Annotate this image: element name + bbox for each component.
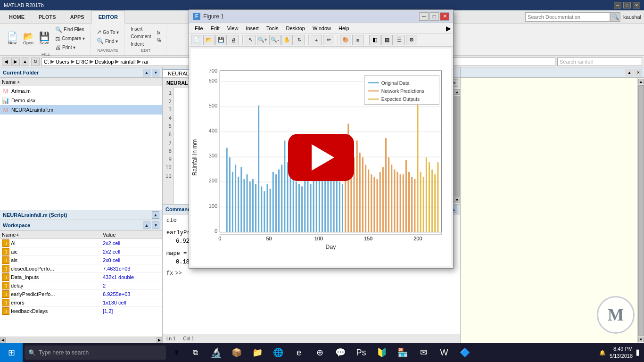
tab-home[interactable]: HOME <box>2 10 32 24</box>
taskbar-chrome-icon[interactable]: ⊕ <box>310 343 329 362</box>
list-item[interactable]: [] closedLoopPerfo... 7.4631e+03 <box>0 264 162 273</box>
taskbar-show-desktop[interactable]: ▋ <box>636 350 640 356</box>
figure-menu-insert[interactable]: Insert <box>242 25 263 32</box>
indent-button[interactable]: Indent <box>128 41 153 48</box>
editor-scrollbar[interactable]: ▲ ▼ <box>454 88 460 204</box>
right-close-button[interactable]: ✕ <box>635 69 642 76</box>
compare-button[interactable]: ⚖ Compare ▾ <box>53 34 87 43</box>
print-button[interactable]: 🖨 Print ▾ <box>53 43 87 52</box>
open-button[interactable]: 📂 Open <box>21 31 36 47</box>
taskbar-icon-6[interactable]: 💬 <box>331 343 350 362</box>
list-item[interactable]: [] aic 2x2 cell <box>0 247 162 256</box>
find-button[interactable]: 🔍 Find ▾ <box>94 37 121 45</box>
scroll-up-arrow[interactable]: ▲ <box>454 89 460 95</box>
minimize-button[interactable]: ─ <box>614 2 621 8</box>
save-button[interactable]: 💾 Save <box>37 31 52 47</box>
back-button[interactable]: ◀ <box>2 58 10 66</box>
figure-menu-file[interactable]: File <box>191 25 207 32</box>
ws-value-col[interactable]: Value <box>101 232 162 238</box>
workspace-expand-button[interactable]: ▲ <box>143 222 150 229</box>
list-item[interactable]: M Arima.m <box>0 86 162 96</box>
fig-new-button[interactable]: 📄 <box>191 35 202 45</box>
percent-button[interactable]: % <box>155 37 164 44</box>
fig-propertyinspector-button[interactable]: ⚙ <box>406 35 417 45</box>
taskbar-matlab-icon[interactable]: 🔬 <box>206 343 225 362</box>
youtube-play-button[interactable] <box>288 134 354 181</box>
list-item[interactable]: [] earlyPredictPerfo... 6.9255e+03 <box>0 290 162 298</box>
scroll-down-arrow[interactable]: ▼ <box>454 197 460 203</box>
new-button[interactable]: 📄 New <box>5 31 20 47</box>
taskbar-icon-9[interactable]: 🏪 <box>393 343 412 362</box>
forward-button[interactable]: ▶ <box>11 58 20 66</box>
figure-menu-view[interactable]: View <box>223 25 242 32</box>
scroll-right-btn[interactable]: ▶ <box>157 337 162 343</box>
fig-colorbar-button[interactable]: 🎨 <box>340 35 351 45</box>
figure-menu-help[interactable]: Help <box>335 25 353 32</box>
list-item[interactable]: [] ais 2x0 cell <box>0 256 162 264</box>
address-search[interactable]: Search rainfall <box>557 58 642 66</box>
taskbar-icon-2[interactable]: 📦 <box>227 343 246 362</box>
taskbar-icon-8[interactable]: 🔰 <box>372 343 391 362</box>
tab-plots[interactable]: PLOTS <box>32 10 63 24</box>
taskbar-email-icon[interactable]: ✉ <box>414 343 433 362</box>
list-item[interactable]: M NEURALrainfall.m <box>0 105 162 115</box>
fig-plottools-button[interactable]: ◧ <box>369 35 380 45</box>
list-item[interactable]: [] delay 2 <box>0 281 162 290</box>
maximize-button[interactable]: □ <box>623 2 631 8</box>
workspace-scroll-x[interactable]: ◀ ▶ <box>0 337 162 343</box>
fig-zoom-out-button[interactable]: 🔍- <box>269 35 281 45</box>
fig-propertyeditor-button[interactable]: ▦ <box>381 35 393 45</box>
folder-expand-button[interactable]: ▲ <box>143 69 150 76</box>
taskbar-notification-icon[interactable]: 🔔 <box>599 350 606 356</box>
right-scroll-thumb[interactable] <box>638 85 644 336</box>
figure-menu-window[interactable]: Window <box>309 25 335 32</box>
figure-minimize-button[interactable]: ─ <box>419 12 429 21</box>
figure-menu-edit[interactable]: Edit <box>207 25 223 32</box>
figure-maximize-button[interactable]: □ <box>429 12 439 21</box>
figure-close-button[interactable]: ✕ <box>440 12 449 21</box>
figure-menu-desktop[interactable]: Desktop <box>282 25 309 32</box>
figure-menu-more[interactable]: ▶ <box>446 25 451 32</box>
script-expand-button[interactable]: ▲ <box>152 211 159 219</box>
fig-cursor-button[interactable]: ↖ <box>245 35 256 45</box>
right-scroll-up[interactable]: ▲ <box>638 79 644 84</box>
up-button[interactable]: ▲ <box>21 58 29 66</box>
insert-button[interactable]: Insert <box>128 25 153 33</box>
fig-zoom-in-button[interactable]: 🔍+ <box>257 35 268 45</box>
fig-brush-button[interactable]: ✏ <box>323 35 334 45</box>
search-input[interactable] <box>525 12 610 22</box>
taskbar-search[interactable]: 🔍 Type here to search <box>25 346 166 360</box>
list-item[interactable]: [] feedbackDelays [1,2] <box>0 307 162 315</box>
name-column-header[interactable]: Name ▲ <box>0 79 162 85</box>
find-files-button[interactable]: 🔍 Find Files <box>53 25 87 34</box>
fig-save-button[interactable]: 💾 <box>215 35 227 45</box>
fig-print-button[interactable]: 🖨 <box>228 35 239 45</box>
workspace-menu-button[interactable]: ▾ <box>152 222 159 229</box>
fig-datacursor-button[interactable]: + <box>311 35 322 45</box>
tab-editor[interactable]: EDITOR <box>91 10 125 24</box>
taskbar-folder-icon[interactable]: 📁 <box>248 343 267 362</box>
list-item[interactable]: [] Data_Inputs 432x1 double <box>0 273 162 281</box>
taskbar-word-icon[interactable]: W <box>435 343 454 362</box>
taskbar-browser-icon[interactable]: 🌐 <box>269 343 288 362</box>
folder-menu-button[interactable]: ▾ <box>152 69 159 76</box>
list-item[interactable]: [] errors 1x130 cell <box>0 298 162 307</box>
tab-apps[interactable]: APPS <box>63 10 91 24</box>
right-scroll-down[interactable]: ▼ <box>638 337 644 342</box>
taskbar-edge-icon[interactable]: e <box>289 343 308 362</box>
goto-button[interactable]: ↗ Go To ▾ <box>94 28 121 36</box>
search-button[interactable]: 🔍 <box>610 12 620 22</box>
right-scrollbar[interactable]: ▲ ▼ <box>637 78 644 343</box>
taskbar-photoshop-icon[interactable]: Ps <box>352 343 371 362</box>
scroll-left-btn[interactable]: ◀ <box>0 337 6 343</box>
figure-menu-tools[interactable]: Tools <box>263 25 282 32</box>
fig-open-button[interactable]: 📂 <box>203 35 215 45</box>
right-up-button[interactable]: ▲ <box>626 69 633 76</box>
scroll-thumb[interactable] <box>454 96 460 197</box>
fig-legend-button[interactable]: ≡ <box>352 35 363 45</box>
fx-button[interactable]: fx <box>155 29 164 36</box>
comment-button[interactable]: Comment <box>128 33 153 40</box>
taskbar-cortana-icon[interactable]: 🎙 <box>170 343 184 362</box>
close-button[interactable]: ✕ <box>633 2 640 8</box>
start-button[interactable]: ⊞ <box>0 343 23 362</box>
